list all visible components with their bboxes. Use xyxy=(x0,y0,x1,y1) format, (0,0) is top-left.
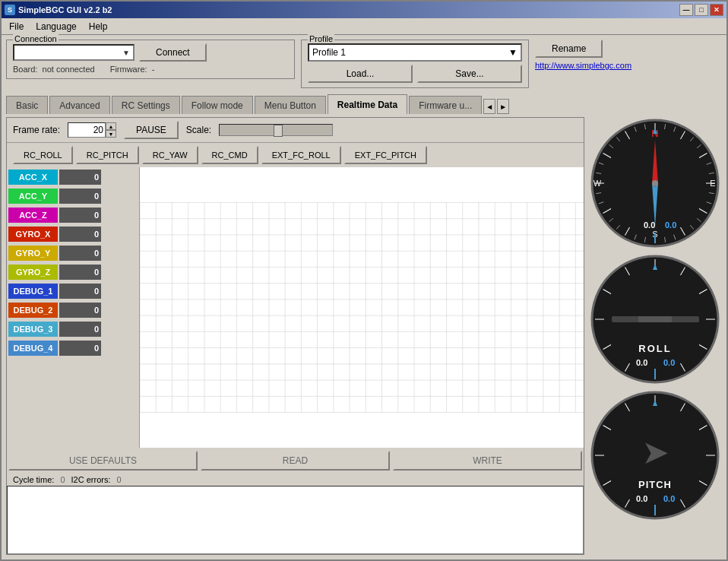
channel-item: DEBUG_10 xyxy=(7,281,139,300)
svg-text:E: E xyxy=(710,179,715,188)
tab-prev-button[interactable]: ◄ xyxy=(483,99,495,114)
tab-firmware[interactable]: Firmware u... xyxy=(409,96,482,114)
compass-gauge: N S E W 0 xyxy=(589,117,722,250)
maximize-button[interactable]: □ xyxy=(695,4,708,16)
rc-cmd-button[interactable]: RC_CMD xyxy=(201,146,258,164)
menu-help[interactable]: Help xyxy=(83,20,114,33)
framerate-value: 20 xyxy=(93,125,103,135)
pitch-gauge: ➤ PITCH 0.0 0.0 xyxy=(589,389,722,522)
tab-next-button[interactable]: ► xyxy=(497,99,509,114)
channel-color-button[interactable]: GYRO_Z xyxy=(8,265,58,280)
cycle-time-label: Cycle time: xyxy=(13,475,54,484)
menu-file[interactable]: File xyxy=(3,20,30,33)
board-label: Board: xyxy=(13,65,37,74)
channel-value: 0 xyxy=(59,322,101,337)
tab-advanced[interactable]: Advanced xyxy=(49,96,109,114)
rc-buttons-row: RC_ROLL RC_PITCH RC_YAW RC_CMD EXT_FC_RO… xyxy=(7,143,584,167)
controls-row: Frame rate: 20 ▲ ▼ PAUSE Scale: xyxy=(7,118,584,143)
channel-color-button[interactable]: ACC_X xyxy=(8,170,58,185)
framerate-input[interactable]: 20 xyxy=(68,122,106,138)
board-info: Board: not connected Firmware: - xyxy=(13,65,288,74)
framerate-up-button[interactable]: ▲ xyxy=(106,122,116,130)
firmware-value: - xyxy=(152,65,155,74)
port-dropdown-arrow: ▼ xyxy=(122,49,130,57)
framerate-down-button[interactable]: ▼ xyxy=(106,130,116,138)
website-link[interactable]: http://www.simplebgc.com xyxy=(535,61,631,70)
action-buttons: USE DEFAULTS READ WRITE xyxy=(7,448,584,474)
chart-svg xyxy=(140,167,584,448)
close-button[interactable]: ✕ xyxy=(710,4,723,16)
write-button[interactable]: WRITE xyxy=(393,451,582,471)
channel-item: DEBUG_40 xyxy=(7,338,139,357)
connection-group: Connection ▼ Connect Board: not connecte… xyxy=(6,40,295,79)
connect-button[interactable]: Connect xyxy=(139,43,207,62)
titlebar: S SimpleBGC GUI v2.2 b2 — □ ✕ xyxy=(2,2,726,18)
channel-color-button[interactable]: DEBUG_3 xyxy=(8,322,58,337)
channel-value: 0 xyxy=(59,208,101,223)
scale-thumb[interactable] xyxy=(274,125,283,137)
i2c-errors-label: I2C errors: xyxy=(71,475,111,484)
channel-color-button[interactable]: DEBUG_1 xyxy=(8,284,58,299)
svg-text:0.0: 0.0 xyxy=(636,494,647,503)
profile-select[interactable]: Profile 1 ▼ xyxy=(308,43,522,62)
left-panel: Frame rate: 20 ▲ ▼ PAUSE Scale: xyxy=(6,117,584,555)
profile-actions: Load... Save... xyxy=(308,65,522,83)
rc-yaw-button[interactable]: RC_YAW xyxy=(142,146,198,164)
channel-value: 0 xyxy=(59,189,101,204)
board-value: not connected xyxy=(43,65,95,74)
scale-slider[interactable] xyxy=(219,124,333,136)
svg-text:W: W xyxy=(593,179,602,188)
ext-fc-roll-button[interactable]: EXT_FC_ROLL xyxy=(261,146,341,164)
channel-item: ACC_Y0 xyxy=(7,186,139,205)
profile-label: Profile xyxy=(308,34,334,43)
port-select[interactable]: ▼ xyxy=(13,44,135,61)
channel-color-button[interactable]: GYRO_Y xyxy=(8,246,58,261)
channel-value: 0 xyxy=(59,170,101,185)
tab-realtime-data[interactable]: Realtime Data xyxy=(328,94,407,114)
firmware-label: Firmware: xyxy=(110,65,147,74)
pause-button[interactable]: PAUSE xyxy=(124,121,179,139)
rename-button[interactable]: Rename xyxy=(535,40,603,58)
svg-point-85 xyxy=(652,180,658,186)
gauges-panel: N S E W 0 xyxy=(589,117,722,555)
channel-item: GYRO_X0 xyxy=(7,224,139,243)
app-icon: S xyxy=(5,5,15,15)
use-defaults-button[interactable]: USE DEFAULTS xyxy=(8,451,198,471)
ext-fc-pitch-button[interactable]: EXT_FC_PITCH xyxy=(344,146,427,164)
channel-color-button[interactable]: DEBUG_2 xyxy=(8,303,58,318)
channel-value: 0 xyxy=(59,265,101,280)
rc-pitch-button[interactable]: RC_PITCH xyxy=(76,146,139,164)
channel-list: ACC_X0ACC_Y0ACC_Z0GYRO_X0GYRO_Y0GYRO_Z0D… xyxy=(7,167,140,448)
connection-label: Connection xyxy=(13,34,59,43)
channel-color-button[interactable]: GYRO_X xyxy=(8,227,58,242)
svg-text:0.0: 0.0 xyxy=(663,494,675,503)
rc-roll-button[interactable]: RC_ROLL xyxy=(13,146,73,164)
svg-text:0.0: 0.0 xyxy=(665,220,676,230)
tab-basic[interactable]: Basic xyxy=(6,96,48,114)
svg-text:0.0: 0.0 xyxy=(644,220,655,230)
tab-follow-mode[interactable]: Follow mode xyxy=(182,96,253,114)
top-section: Connection ▼ Connect Board: not connecte… xyxy=(6,40,722,88)
framerate-spinners: ▲ ▼ xyxy=(106,122,116,138)
channel-color-button[interactable]: ACC_Z xyxy=(8,208,58,223)
menu-language[interactable]: Language xyxy=(30,20,82,33)
connection-row: ▼ Connect xyxy=(13,43,288,62)
svg-text:➤: ➤ xyxy=(643,437,668,469)
profile-selected-value: Profile 1 xyxy=(312,47,346,58)
channel-value: 0 xyxy=(59,246,101,261)
tab-menu-button[interactable]: Menu Button xyxy=(255,96,326,114)
chart-area: ACC_X0ACC_Y0ACC_Z0GYRO_X0GYRO_Y0GYRO_Z0D… xyxy=(7,167,584,448)
channel-item: ACC_Z0 xyxy=(7,205,139,224)
channel-value: 0 xyxy=(59,303,101,318)
load-button[interactable]: Load... xyxy=(308,65,413,83)
tab-rc-settings[interactable]: RC Settings xyxy=(112,96,180,114)
middle-section: Frame rate: 20 ▲ ▼ PAUSE Scale: xyxy=(6,117,722,555)
channel-value: 0 xyxy=(59,284,101,299)
read-button[interactable]: READ xyxy=(201,451,390,471)
save-button[interactable]: Save... xyxy=(417,65,522,83)
minimize-button[interactable]: — xyxy=(679,4,693,16)
titlebar-buttons: — □ ✕ xyxy=(679,4,723,16)
channel-color-button[interactable]: ACC_Y xyxy=(8,189,58,204)
channel-color-button[interactable]: DEBUG_4 xyxy=(8,341,58,356)
chart-grid xyxy=(140,167,584,448)
